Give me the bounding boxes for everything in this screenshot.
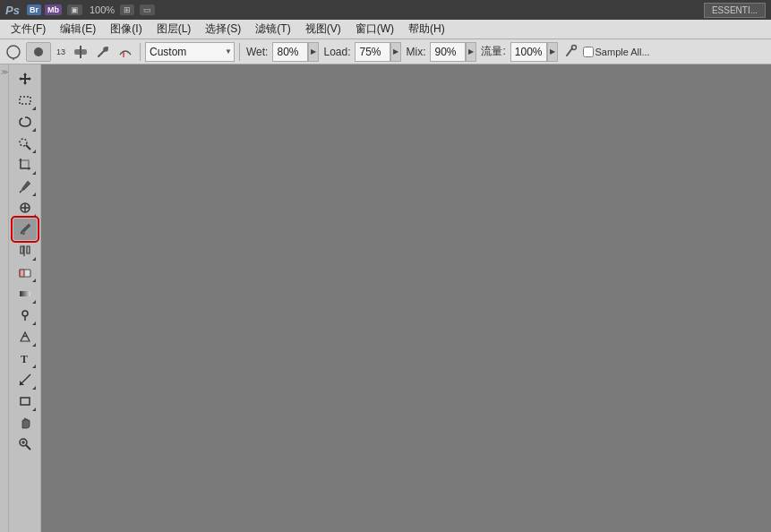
flow-stepper-btn[interactable]: ▶ <box>547 42 558 62</box>
svg-point-7 <box>571 45 576 49</box>
svg-rect-16 <box>20 270 24 277</box>
canvas-area <box>41 64 771 532</box>
zoom-display: 100% <box>90 4 115 15</box>
options-sep2 <box>239 43 240 61</box>
title-bar: Ps Br Mb ▣ 100% ⊞ ▭ ESSENTI... <box>0 0 771 20</box>
airbrush-icon[interactable] <box>93 42 113 62</box>
svg-rect-17 <box>20 291 30 296</box>
svg-text:T: T <box>21 353 28 365</box>
preset-dropdown-wrap: Custom ▼ <box>145 42 235 62</box>
brush-size-btn[interactable] <box>26 42 51 62</box>
mix-stepper-btn[interactable]: ▶ <box>466 42 476 62</box>
tool-clone[interactable] <box>13 240 37 262</box>
options-sep1 <box>140 43 141 61</box>
brush-picker-icon[interactable] <box>4 42 23 62</box>
sidebar-handle-icon: ≫ <box>1 68 8 76</box>
br-badge[interactable]: Br <box>27 4 41 15</box>
tool-path-select[interactable] <box>13 369 37 390</box>
menu-help[interactable]: 帮助(H) <box>401 20 452 39</box>
svg-line-11 <box>20 191 21 193</box>
tool-eraser[interactable] <box>13 262 37 283</box>
sample-all-checkbox[interactable] <box>583 47 594 57</box>
svg-point-2 <box>34 47 43 56</box>
svg-rect-22 <box>21 398 30 405</box>
flow-label: 流量: <box>479 44 507 59</box>
svg-line-10 <box>26 145 30 150</box>
airbrush-toggle-icon[interactable] <box>561 42 580 62</box>
svg-rect-8 <box>20 97 30 104</box>
wet-stepper: 80% ▶ <box>272 42 319 62</box>
options-bar: 13 Custom ▼ Wet: 80% ▶ Load: 75% ▶ <box>0 39 771 64</box>
menu-view[interactable]: 视图(V) <box>298 20 348 39</box>
menu-image[interactable]: 图像(I) <box>103 20 149 39</box>
svg-point-9 <box>20 139 27 146</box>
tools-sidebar: T <box>9 64 41 532</box>
menu-file[interactable]: 文件(F) <box>4 20 53 39</box>
layout-btn1[interactable]: ⊞ <box>120 4 134 15</box>
flow-value[interactable]: 100% <box>510 42 547 62</box>
load-value[interactable]: 75% <box>355 42 390 62</box>
svg-point-0 <box>7 46 20 58</box>
wet-label: Wet: <box>244 46 270 58</box>
tool-healing[interactable] <box>13 197 37 219</box>
brush-icon2[interactable] <box>71 42 90 62</box>
preset-dropdown[interactable]: Custom <box>145 42 235 62</box>
tool-move[interactable] <box>13 68 37 90</box>
load-stepper: 75% ▶ <box>355 42 401 62</box>
load-label: Load: <box>321 46 352 58</box>
tool-hand[interactable] <box>13 412 37 433</box>
tool-lasso[interactable] <box>13 111 37 133</box>
mix-value[interactable]: 90% <box>430 42 466 62</box>
essentials-btn[interactable]: ESSENTI... <box>704 3 766 18</box>
menu-filter[interactable]: 滤镜(T) <box>248 20 297 39</box>
svg-point-18 <box>22 311 28 316</box>
tool-eyedropper[interactable] <box>13 176 37 197</box>
mb-badge[interactable]: Mb <box>45 4 62 15</box>
tool-dodge[interactable] <box>13 305 37 326</box>
sidebar-handle[interactable]: ≫ <box>0 64 9 532</box>
menu-window[interactable]: 窗口(W) <box>348 20 401 39</box>
svg-rect-4 <box>80 46 81 58</box>
main-area: ≫ <box>0 64 771 532</box>
tool-marquee[interactable] <box>13 90 37 111</box>
flow-stepper: 100% ▶ <box>510 42 558 62</box>
menu-layer[interactable]: 图层(L) <box>150 20 199 39</box>
layout-btn2[interactable]: ▭ <box>140 4 155 15</box>
tool-quick-select[interactable] <box>13 133 37 154</box>
mix-stepper: 90% ▶ <box>430 42 476 62</box>
ps-logo: Ps <box>5 4 20 17</box>
screen-mode-btn[interactable]: ▣ <box>67 4 82 15</box>
tool-crop[interactable] <box>13 154 37 176</box>
tool-shape[interactable] <box>13 390 37 412</box>
brush-size-value: 13 <box>54 47 68 56</box>
tool-mixer-brush[interactable] <box>13 219 37 240</box>
sample-all-group: Sample All... <box>583 47 650 57</box>
menu-select[interactable]: 选择(S) <box>198 20 248 39</box>
menu-bar: 文件(F) 编辑(E) 图像(I) 图层(L) 选择(S) 滤镜(T) 视图(V… <box>0 20 771 39</box>
mix-label: Mix: <box>404 46 427 58</box>
tool-type[interactable]: T <box>13 348 37 369</box>
load-stepper-btn[interactable]: ▶ <box>390 42 401 62</box>
wet-stepper-btn[interactable]: ▶ <box>308 42 319 62</box>
tool-zoom[interactable] <box>13 433 37 455</box>
menu-edit[interactable]: 编辑(E) <box>53 20 103 39</box>
tool-gradient[interactable] <box>13 283 37 305</box>
brush-mode-icon[interactable] <box>116 42 135 62</box>
sample-all-label: Sample All... <box>595 47 650 57</box>
wet-value[interactable]: 80% <box>272 42 308 62</box>
tool-pen[interactable] <box>13 326 37 348</box>
svg-line-24 <box>26 445 30 450</box>
